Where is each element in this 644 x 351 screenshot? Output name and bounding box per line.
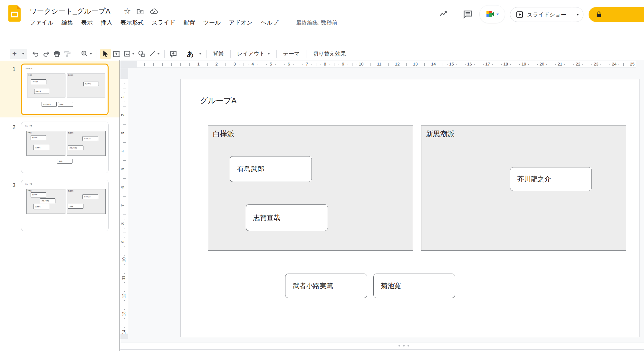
print-button[interactable] <box>52 49 62 59</box>
menu-item-7[interactable]: ツール <box>203 19 221 26</box>
slide-title-text[interactable]: グループB <box>25 125 32 127</box>
new-slide-plus-icon: + <box>12 50 17 57</box>
slideshow-button[interactable]: スライドショー <box>510 7 583 22</box>
vertical-ruler[interactable]: 1234567891011121314 <box>120 68 128 339</box>
group-box-0[interactable]: 白樺派 <box>208 125 413 251</box>
slides-logo[interactable] <box>8 5 21 22</box>
slide-page[interactable]: グループA白樺派新思潮派有島武郎志賀直哉芥川龍之介武者小路実篤菊池寛 <box>180 79 639 337</box>
insert-shape-button[interactable] <box>136 49 147 59</box>
meet-button[interactable] <box>479 5 505 23</box>
hruler-number: 12 <box>395 62 399 66</box>
slide-thumbnail-1[interactable]: グループA白樺派新思潮派有島武郎志賀直哉芥川龍之介武者小路実篤菊池寛 <box>21 64 109 115</box>
redo-button[interactable] <box>41 49 52 59</box>
activity-icon[interactable] <box>439 9 448 19</box>
menu-item-4[interactable]: 表示形式 <box>120 19 144 26</box>
name-box-3[interactable]: 武者小路実篤 <box>285 274 367 298</box>
menu-item-3[interactable]: 挿入 <box>101 19 112 26</box>
last-edit-status[interactable]: 最終編集: 数秒前 <box>296 19 337 26</box>
toolbar: + <box>0 48 644 60</box>
slide-surface: グループB白樺派新思潮派有島武郎志賀直哉芥川龍之介武者小路実篤菊池寛 <box>21 122 108 173</box>
slide-title-text[interactable]: グループA <box>25 68 32 69</box>
name-box-1[interactable]: 武者小路実篤 <box>40 198 55 203</box>
hruler-number: 4 <box>252 62 254 66</box>
hruler-number: 2 <box>216 62 218 66</box>
hruler-number: 16 <box>467 62 472 66</box>
paint-format-button[interactable] <box>62 49 72 59</box>
name-box-3[interactable]: 武者小路実篤 <box>42 102 57 107</box>
name-box-0[interactable]: 有島武郎 <box>230 156 312 182</box>
group-box-0[interactable]: 白樺派 <box>27 74 65 98</box>
menu-item-2[interactable]: 表示 <box>81 19 93 26</box>
slide-thumbnail-3[interactable]: グループC白樺派新思潮派有島武郎武者小路実篤志賀直哉芥川龍之介菊池寛 <box>21 180 109 231</box>
hruler-number: 8 <box>324 62 326 66</box>
menu-item-0[interactable]: ファイル <box>30 19 53 26</box>
name-box-1[interactable]: 志賀直哉 <box>34 145 49 150</box>
comments-icon[interactable] <box>463 9 473 19</box>
vruler-number: 10 <box>121 257 126 262</box>
name-box-0[interactable]: 有島武郎 <box>31 135 46 140</box>
name-box-3[interactable]: 芥川龍之介 <box>82 194 98 199</box>
name-box-1[interactable]: 志賀直哉 <box>34 89 50 94</box>
vruler-number: 2 <box>120 114 125 116</box>
furigana-button[interactable]: あ <box>186 49 203 59</box>
star-icon[interactable]: ☆ <box>124 7 131 15</box>
filmstrip-panel: 1グループA白樺派新思潮派有島武郎志賀直哉芥川龍之介武者小路実篤菊池寛2グループ… <box>0 60 120 351</box>
hruler-number: 3 <box>234 62 236 66</box>
insert-comment-button[interactable] <box>168 49 179 59</box>
transition-button[interactable]: 切り替え効果 <box>310 50 349 57</box>
move-folder-icon[interactable] <box>136 7 144 15</box>
name-box-3[interactable]: 武者小路実篤 <box>68 145 83 150</box>
menu-item-5[interactable]: スライド <box>152 19 176 26</box>
group-box-1[interactable]: 新思潮派 <box>67 131 106 156</box>
slide-title-text[interactable]: グループA <box>200 95 237 106</box>
slide-surface: グループC白樺派新思潮派有島武郎武者小路実篤志賀直哉芥川龍之介菊池寛 <box>21 180 108 231</box>
name-box-4[interactable]: 菊池寛 <box>68 204 83 209</box>
select-tool-button[interactable] <box>100 49 111 59</box>
name-box-2[interactable]: 芥川龍之介 <box>510 167 592 191</box>
undo-button[interactable] <box>30 49 41 59</box>
name-box-0[interactable]: 有島武郎 <box>31 79 46 84</box>
group-box-0[interactable]: 白樺派 <box>26 131 65 156</box>
insert-image-button[interactable] <box>122 49 136 59</box>
zoom-caret-icon <box>90 53 92 55</box>
zoom-button[interactable] <box>79 49 93 59</box>
text-box-button[interactable] <box>111 49 122 59</box>
vruler-number: 12 <box>121 294 126 298</box>
slide-title-text[interactable]: グループC <box>25 183 32 185</box>
share-button[interactable] <box>589 7 644 22</box>
name-box-4[interactable]: 菊池寛 <box>373 274 456 298</box>
theme-button[interactable]: テーマ <box>280 50 303 57</box>
group-box-1[interactable]: 新思潮派 <box>67 189 106 214</box>
insert-line-button[interactable] <box>147 49 161 59</box>
hruler-number: 6 <box>288 62 290 66</box>
vruler-number: 7 <box>120 204 125 206</box>
group-label: 新思潮派 <box>68 74 73 76</box>
document-title[interactable]: ワークシート_グループA <box>30 6 111 16</box>
group-label: 白樺派 <box>28 190 32 192</box>
background-button[interactable]: 背景 <box>210 50 227 57</box>
menu-item-1[interactable]: 編集 <box>62 19 73 26</box>
name-box-2[interactable]: 芥川龍之介 <box>82 136 98 141</box>
vruler-number: 1 <box>120 96 125 98</box>
cloud-saved-icon[interactable] <box>149 7 158 15</box>
name-box-4[interactable]: 菊池寛 <box>57 159 72 164</box>
new-slide-button[interactable]: + <box>10 49 27 59</box>
menu-item-8[interactable]: アドオン <box>229 19 253 26</box>
layout-button[interactable]: レイアウト <box>234 50 273 57</box>
slideshow-options-caret[interactable] <box>572 7 583 22</box>
group-label: 白樺派 <box>213 129 234 139</box>
furigana-icon: あ <box>187 50 194 57</box>
slide-thumbnail-2[interactable]: グループB白樺派新思潮派有島武郎志賀直哉芥川龍之介武者小路実篤菊池寛 <box>21 122 109 173</box>
name-box-2[interactable]: 芥川龍之介 <box>83 82 99 86</box>
menu-item-6[interactable]: 配置 <box>183 19 195 26</box>
name-box-2[interactable]: 志賀直哉 <box>34 204 49 209</box>
name-box-4[interactable]: 菊池寛 <box>58 102 73 107</box>
menu-item-9[interactable]: ヘルプ <box>261 19 278 26</box>
name-box-1[interactable]: 志賀直哉 <box>246 204 328 231</box>
horizontal-ruler[interactable]: 1234567891011121314151617181920212223242… <box>120 61 636 68</box>
hruler-number: 21 <box>558 62 562 66</box>
notes-handle-icon[interactable] <box>399 345 409 346</box>
speaker-notes-bar <box>120 343 644 350</box>
group-label: 新思潮派 <box>68 190 73 192</box>
name-box-0[interactable]: 有島武郎 <box>31 192 46 197</box>
